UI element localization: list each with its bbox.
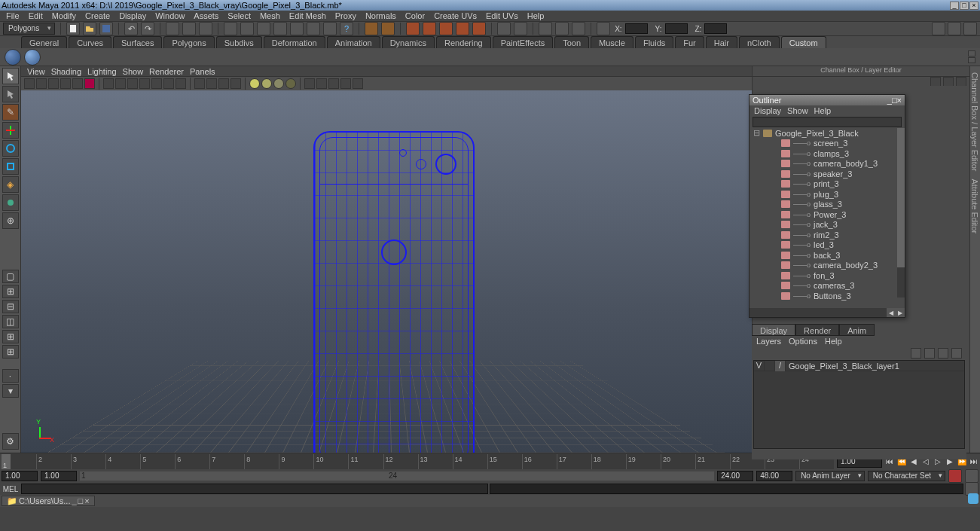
menu-help[interactable]: Help [524, 11, 548, 20]
redo-icon[interactable]: ↷ [141, 22, 154, 35]
layout-more-icon[interactable]: ▾ [2, 384, 19, 398]
menu-proxy[interactable]: Proxy [332, 11, 359, 20]
outliner-window[interactable]: Outliner _ □ × DisplayShowHelp ⊟Google_P… [749, 94, 905, 318]
shelf-tab-surfaces[interactable]: Surfaces [113, 36, 162, 48]
layout-save-icon[interactable]: · [2, 369, 19, 383]
vp-icon-11[interactable] [151, 78, 162, 89]
vp-icon-6[interactable] [84, 78, 95, 89]
layout-two-v-icon[interactable]: ◫ [2, 315, 19, 328]
menu-assets[interactable]: Assets [191, 11, 221, 20]
outliner-scroll-left-icon[interactable]: ◀ [887, 308, 896, 317]
shelf-custom-icon-2[interactable] [24, 49, 41, 66]
vp-icon-10[interactable] [139, 78, 150, 89]
layout-four-icon[interactable]: ⊞ [2, 285, 19, 298]
shelf-tab-toon[interactable]: Toon [554, 36, 589, 48]
vp-light-2-icon[interactable] [261, 78, 272, 89]
vp-menu-renderer[interactable]: Renderer [149, 67, 184, 76]
wireframe-model[interactable] [313, 131, 475, 453]
layer-color-cell[interactable]: / [775, 361, 786, 371]
sidebar-toggle3-icon[interactable] [963, 22, 977, 35]
outliner-item[interactable]: ——oclamps_3 [750, 148, 905, 159]
help-icon[interactable]: ? [340, 22, 353, 35]
outliner-item[interactable]: ——oprint_3 [750, 179, 905, 190]
shelf-tab-deformation[interactable]: Deformation [264, 36, 325, 48]
outliner-item[interactable]: ——oback_3 [750, 250, 905, 261]
shelf-custom-icon-1[interactable] [5, 49, 21, 66]
select-by-hierarchy-icon[interactable] [166, 22, 179, 35]
vp-menu-lighting[interactable]: Lighting [87, 67, 117, 76]
save-scene-icon[interactable] [99, 22, 113, 35]
snap-live-icon[interactable] [290, 22, 304, 35]
taskbar-close-icon[interactable]: × [84, 496, 89, 505]
render-frame-icon[interactable] [365, 22, 378, 35]
shelf-tab-hair[interactable]: Hair [706, 36, 737, 48]
vp-icon-8[interactable] [115, 78, 126, 89]
snap-grid-icon[interactable] [224, 22, 237, 35]
shelf-tab-painteffects[interactable]: PaintEffects [493, 36, 554, 48]
outliner-menu-display[interactable]: Display [754, 106, 781, 115]
vp-icon-2[interactable] [36, 78, 47, 89]
layout-single-icon[interactable]: ▢ [2, 270, 19, 283]
menu-create[interactable]: Create [82, 11, 113, 20]
move-tool[interactable] [2, 122, 19, 139]
range-end-inner-input[interactable]: 24.00 [717, 471, 753, 481]
layer-menu-options[interactable]: Options [789, 337, 817, 346]
range-start-inner-input[interactable]: 1.00 [41, 471, 77, 481]
viewport-3d[interactable]: Y X [21, 90, 752, 453]
misc1-icon[interactable] [539, 22, 552, 35]
close-button[interactable]: × [969, 2, 978, 10]
soft-mod-tool[interactable] [2, 194, 19, 211]
outliner-maximize-button[interactable]: □ [892, 96, 897, 105]
outliner-search-input[interactable] [753, 117, 902, 127]
vp-menu-show[interactable]: Show [123, 67, 144, 76]
outliner-close-button[interactable]: × [897, 96, 902, 105]
vp-light-4-icon[interactable] [285, 78, 296, 89]
shelf-tab-animation[interactable]: Animation [327, 36, 380, 48]
vp-icon-22[interactable] [353, 78, 363, 89]
undo-icon[interactable]: ↶ [124, 22, 138, 35]
prefs-icon[interactable] [965, 469, 978, 483]
vp-light-1-icon[interactable] [249, 78, 260, 89]
outliner-item[interactable]: ——oplug_3 [750, 189, 905, 200]
vp-menu-view[interactable]: View [27, 67, 45, 76]
scale-tool[interactable] [2, 158, 19, 175]
outliner-menu-show[interactable]: Show [787, 106, 808, 115]
outliner-item[interactable]: ⊟Google_Pixel_3_Black [750, 128, 905, 139]
open-scene-icon[interactable] [83, 22, 96, 35]
vp-icon-14[interactable] [194, 78, 205, 89]
snap-plane-icon[interactable] [273, 22, 287, 35]
new-scene-icon[interactable] [66, 22, 80, 35]
outliner-menu-help[interactable]: Help [814, 106, 832, 115]
layout-three-icon[interactable]: ⊞ [2, 330, 19, 343]
ipr-render-icon[interactable] [381, 22, 395, 35]
go-end-button[interactable]: ⏭ [969, 456, 979, 467]
autokey-icon[interactable] [948, 469, 962, 483]
shelf-tab-custom[interactable]: Custom [781, 36, 826, 48]
layer-tab-render[interactable]: Render [795, 324, 839, 336]
layer-new-icon[interactable] [911, 348, 921, 359]
range-start-outer-input[interactable]: 1.00 [2, 471, 38, 481]
menu-normals[interactable]: Normals [362, 11, 399, 20]
menu-window[interactable]: Window [152, 11, 188, 20]
shelf-tab-fluids[interactable]: Fluids [635, 36, 673, 48]
vp-icon-1[interactable] [24, 78, 35, 89]
outliner-item[interactable]: ——oButtons_3 [750, 291, 905, 301]
menu-edit-mesh[interactable]: Edit Mesh [286, 11, 329, 20]
shelf-tab-dynamics[interactable]: Dynamics [382, 36, 435, 48]
shelf-tab-polygons[interactable]: Polygons [163, 36, 214, 48]
vp-icon-19[interactable] [316, 78, 327, 89]
outliner-item[interactable]: ——ofon_3 [750, 270, 905, 281]
misc4-icon[interactable] [597, 22, 610, 35]
menu-edit-uvs[interactable]: Edit UVs [483, 11, 521, 20]
menu-color[interactable]: Color [402, 11, 428, 20]
outliner-item[interactable]: ——ocameras_3 [750, 281, 905, 291]
history-icon[interactable] [323, 22, 337, 35]
range-slider[interactable]: 124 [80, 471, 714, 481]
outliner-item[interactable]: ——oscreen_3 [750, 139, 905, 149]
helper-app-icon[interactable] [968, 493, 978, 504]
shelf-tab-ncloth[interactable]: nCloth [739, 36, 780, 48]
render-settings4-icon[interactable] [456, 22, 469, 35]
shelf-tab-fur[interactable]: Fur [675, 36, 704, 48]
render-settings-icon[interactable] [406, 22, 420, 35]
taskbar-max-icon[interactable]: □ [78, 496, 84, 505]
